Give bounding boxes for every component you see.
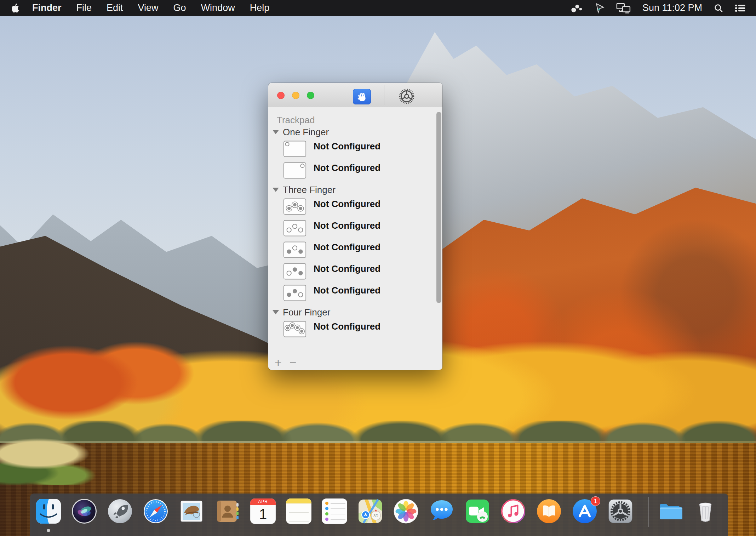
toolbar-separator (384, 85, 384, 105)
dock-item-app-store[interactable]: 1 (572, 498, 597, 524)
section-label: Three Finger (283, 184, 336, 195)
gesture-row[interactable]: Not Configured (283, 220, 442, 236)
gesture-action-label: Not Configured (314, 141, 380, 157)
gesture-action-label: Not Configured (314, 263, 380, 280)
menu-item-window[interactable]: Window (194, 2, 242, 13)
menu-bar-left: FinderFileEditViewGoWindowHelp (0, 2, 277, 13)
trackpad-gesture-icon (283, 198, 307, 215)
gesture-action-label: Not Configured (314, 199, 380, 215)
menu-item-view[interactable]: View (131, 2, 166, 13)
calendar-month-label: APR (250, 498, 276, 505)
svg-text:3D: 3D (373, 514, 378, 518)
disclosure-triangle-icon[interactable] (273, 310, 279, 314)
dock-item-mail[interactable] (179, 498, 204, 524)
dock: APR13D1 (30, 494, 728, 536)
gesture-row[interactable]: Not Configured (283, 162, 442, 179)
zoom-button[interactable] (307, 92, 314, 99)
menu-item-finder[interactable]: Finder (25, 2, 69, 13)
section-header-four-finger[interactable]: Four Finger (273, 306, 442, 318)
trackpad-gesture-icon (283, 141, 307, 157)
menu-item-edit[interactable]: Edit (99, 2, 131, 13)
dock-item-launchpad[interactable] (107, 498, 133, 524)
dock-item-facetime[interactable] (465, 498, 490, 524)
minimize-button[interactable] (292, 92, 299, 99)
gesture-row[interactable]: Not Configured (283, 141, 442, 157)
dock-item-itunes[interactable] (500, 498, 526, 524)
notification-center-icon[interactable] (735, 0, 746, 16)
gear-icon (398, 88, 415, 105)
gesture-action-label: Not Configured (314, 285, 380, 301)
gesture-action-label: Not Configured (314, 220, 380, 236)
dock-item-ibooks[interactable] (536, 498, 562, 524)
apple-logo-icon (11, 4, 19, 13)
menu-item-help[interactable]: Help (242, 2, 277, 13)
apple-menu[interactable] (11, 3, 20, 13)
disclosure-triangle-icon[interactable] (273, 188, 279, 192)
dock-item-folder[interactable] (657, 498, 682, 524)
window-titlebar[interactable] (268, 83, 442, 107)
disclosure-triangle-icon[interactable] (273, 130, 279, 134)
dock-item-system-preferences[interactable] (608, 498, 633, 524)
desktop[interactable]: FinderFileEditViewGoWindowHelp Sun 11:02… (0, 0, 756, 536)
trackpad-hand-icon (356, 91, 368, 103)
dock-item-trash[interactable] (693, 498, 718, 524)
gesture-row[interactable]: Not Configured (283, 321, 442, 337)
trackpad-gesture-icon (283, 241, 307, 258)
section-label: Four Finger (283, 307, 330, 318)
dock-item-photos[interactable] (393, 498, 419, 524)
menu-item-file[interactable]: File (69, 2, 99, 13)
dock-item-calendar[interactable]: APR1 (250, 498, 276, 524)
gesture-action-label: Not Configured (314, 242, 380, 258)
section-label: One Finger (283, 127, 329, 138)
gesture-action-label: Not Configured (314, 162, 380, 179)
dock-item-reminders[interactable] (322, 498, 347, 524)
remove-gesture-button[interactable]: − (290, 357, 297, 369)
gesture-sections: One FingerNot ConfiguredNot ConfiguredTh… (268, 126, 442, 337)
gesture-row[interactable]: Not Configured (283, 285, 442, 301)
dock-divider[interactable] (648, 497, 649, 527)
gesture-config-window: Trackpad One FingerNot ConfiguredNot Con… (268, 83, 442, 370)
add-gesture-button[interactable]: + (275, 357, 282, 369)
trackpad-gesture-icon (283, 285, 307, 301)
dock-item-contacts[interactable] (214, 498, 240, 524)
scrollbar[interactable] (436, 112, 441, 303)
notification-badge: 1 (591, 496, 600, 506)
menu-item-go[interactable]: Go (166, 2, 194, 13)
pointer-icon[interactable] (594, 0, 605, 16)
wallpaper-reeds (0, 437, 128, 485)
close-button[interactable] (277, 92, 285, 99)
trackpad-gesture-icon (283, 220, 307, 236)
dock-item-siri[interactable] (71, 498, 97, 524)
gesture-row[interactable]: Not Configured (283, 263, 442, 280)
dock-item-finder[interactable] (36, 498, 61, 524)
list-footer: + − (275, 357, 297, 369)
trackpad-gesture-icon (283, 263, 307, 280)
app-menus: FinderFileEditViewGoWindowHelp (25, 2, 277, 13)
section-header-three-finger[interactable]: Three Finger (273, 184, 442, 196)
section-header-one-finger[interactable]: One Finger (273, 126, 442, 138)
menu-bar: FinderFileEditViewGoWindowHelp Sun 11:02… (0, 0, 756, 16)
gesture-row[interactable]: Not Configured (283, 241, 442, 258)
menu-bar-clock[interactable]: Sun 11:02 PM (642, 2, 702, 13)
toolbar-tab-trackpad[interactable] (353, 89, 371, 104)
pane-title: Trackpad (277, 115, 442, 125)
dock-item-safari[interactable] (143, 498, 168, 524)
dock-item-maps[interactable]: 3D (357, 498, 383, 524)
trackpad-gesture-icon (283, 162, 307, 179)
running-indicator (47, 529, 50, 532)
dock-item-notes[interactable] (286, 498, 311, 524)
gesture-row[interactable]: Not Configured (283, 198, 442, 215)
dock-items: APR13D1 (30, 494, 718, 527)
btt-dots-icon[interactable] (571, 0, 583, 16)
gesture-action-label: Not Configured (314, 321, 380, 337)
gesture-list-pane: Trackpad One FingerNot ConfiguredNot Con… (268, 107, 442, 370)
trackpad-gesture-icon (283, 321, 307, 337)
spotlight-icon[interactable] (714, 0, 723, 16)
displays-icon[interactable] (616, 0, 631, 16)
calendar-day-label: 1 (250, 505, 276, 524)
menu-bar-status: Sun 11:02 PM (571, 0, 756, 16)
toolbar-tab-settings[interactable] (398, 87, 416, 105)
dock-item-messages[interactable] (429, 498, 454, 524)
